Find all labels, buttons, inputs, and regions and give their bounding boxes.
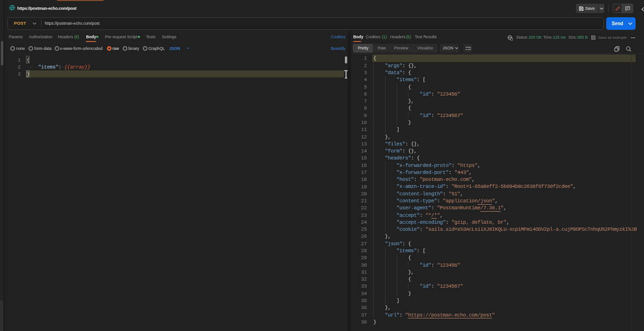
svg-text:HTTP: HTTP [9,7,15,9]
